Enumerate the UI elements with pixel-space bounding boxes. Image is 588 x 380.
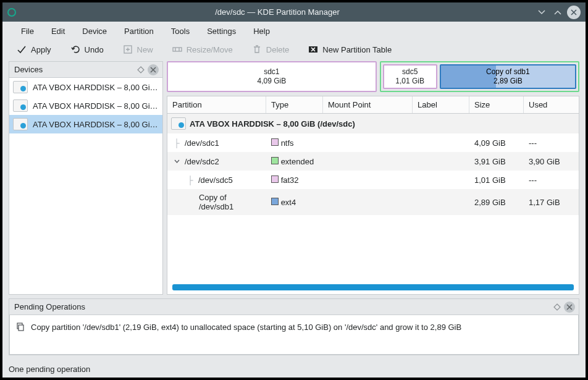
resize-label: Resize/Move xyxy=(187,45,233,54)
new-table-button[interactable]: New Partition Table xyxy=(301,41,398,57)
tree-branch-icon: ├ xyxy=(186,175,195,185)
col-label[interactable]: Label xyxy=(413,96,469,113)
device-label: ATA VBOX HARDDISK – 8,00 GiB ... xyxy=(33,120,159,129)
selection-bar xyxy=(172,284,574,290)
tree-branch-icon: ├ xyxy=(172,138,181,148)
undo-button[interactable]: Undo xyxy=(64,41,110,57)
window-maximize-button[interactable] xyxy=(551,6,565,19)
partmap-sdc1-name: sdc1 xyxy=(264,67,279,77)
partition-size: 1,01 GiB xyxy=(469,173,524,187)
menu-partition[interactable]: Partition xyxy=(116,23,162,39)
window-close-button[interactable] xyxy=(567,6,581,19)
menu-device[interactable]: Device xyxy=(74,23,116,39)
copy-icon xyxy=(15,321,26,332)
disk-icon xyxy=(13,81,28,93)
devices-panel-title: Devices xyxy=(14,65,134,74)
menubar: File Edit Device Partition Tools Setting… xyxy=(2,22,586,40)
status-text: One pending operation xyxy=(9,365,90,374)
pending-detach-icon[interactable] xyxy=(552,302,563,313)
partition-row[interactable]: ├/dev/sdc1 ntfs 4,09 GiB --- xyxy=(167,133,579,152)
window: /dev/sdc — KDE Partition Manager File Ed… xyxy=(2,2,586,378)
partmap-sdc1-size: 4,09 GiB xyxy=(258,77,287,86)
fs-color-icon xyxy=(271,175,279,183)
partition-type: extended xyxy=(281,157,314,166)
partmap-sdc1[interactable]: sdc1 4,09 GiB xyxy=(167,61,377,92)
partmap-copy-sdb1[interactable]: Copy of sdb1 2,89 GiB xyxy=(440,64,576,89)
apply-button[interactable]: Apply xyxy=(10,41,57,57)
menu-tools[interactable]: Tools xyxy=(162,23,198,39)
status-bar: One pending operation xyxy=(2,360,586,378)
menu-edit[interactable]: Edit xyxy=(43,23,74,39)
new-button: New xyxy=(116,41,159,57)
partition-type: ext4 xyxy=(281,198,296,207)
partmap-sdc5[interactable]: sdc5 1,01 GiB xyxy=(383,64,437,89)
undo-label: Undo xyxy=(85,45,104,54)
device-row[interactable]: ATA VBOX HARDDISK – 8,00 GiB ... xyxy=(9,96,162,115)
partmap-sdb1-name: Copy of sdb1 xyxy=(486,67,530,77)
partmap-extended[interactable]: sdc5 1,01 GiB Copy of sdb1 2,89 GiB xyxy=(380,61,579,92)
window-title: /dev/sdc — KDE Partition Manager xyxy=(22,7,532,17)
pending-panel-title: Pending Operations xyxy=(14,302,550,311)
delete-label: Delete xyxy=(266,45,290,54)
chevron-down-icon[interactable] xyxy=(172,158,181,165)
new-label: New xyxy=(137,45,153,54)
device-row[interactable]: ATA VBOX HARDDISK – 8,00 GiB ... xyxy=(9,78,162,96)
partition-name: /dev/sdc1 xyxy=(185,138,219,148)
partition-used: 1,17 GiB xyxy=(524,195,579,209)
disk-title: ATA VBOX HARDDISK – 8,00 GiB (/dev/sdc) xyxy=(190,119,355,129)
disk-icon xyxy=(171,117,186,130)
resize-button: Resize/Move xyxy=(166,41,239,57)
new-table-label: New Partition Table xyxy=(322,45,392,54)
fs-color-icon xyxy=(271,198,279,205)
partition-used: --- xyxy=(524,136,579,150)
titlebar[interactable]: /dev/sdc — KDE Partition Manager xyxy=(2,2,586,22)
window-minimize-button[interactable] xyxy=(535,6,548,19)
partition-name: /dev/sdc5 xyxy=(198,175,233,185)
menu-settings[interactable]: Settings xyxy=(198,23,245,39)
partition-table-header: Partition Type Mount Point Label Size Us… xyxy=(167,96,579,114)
pending-operation-row[interactable]: Copy partition '/dev/sdb1' (2,19 GiB, ex… xyxy=(12,318,576,336)
pending-panel: Pending Operations Copy partition '/dev/… xyxy=(9,298,579,355)
partition-name: Copy of /dev/sdb1 xyxy=(199,193,261,211)
col-partition[interactable]: Partition xyxy=(167,96,266,113)
partition-used: --- xyxy=(524,173,579,187)
device-row[interactable]: ATA VBOX HARDDISK – 8,00 GiB ... xyxy=(9,115,162,133)
partmap-sdc5-size: 1,01 GiB xyxy=(395,77,424,86)
partmap-sdc5-name: sdc5 xyxy=(402,67,418,77)
col-size[interactable]: Size xyxy=(469,96,524,113)
partition-used: 3,90 GiB xyxy=(524,154,579,169)
menu-help[interactable]: Help xyxy=(245,23,279,39)
toolbar: Apply Undo New Resize/Move Delete New Pa… xyxy=(2,40,586,61)
pending-close-icon[interactable] xyxy=(564,302,575,313)
disk-icon xyxy=(13,99,28,112)
devices-panel: Devices ATA VBOX HARDDISK – 8,00 GiB ... xyxy=(9,61,163,295)
content-panel: sdc1 4,09 GiB sdc5 1,01 GiB Copy of sdb1… xyxy=(167,61,579,295)
col-mount[interactable]: Mount Point xyxy=(323,96,413,113)
partition-type: fat32 xyxy=(281,175,299,185)
svg-rect-1 xyxy=(173,48,182,51)
svg-rect-4 xyxy=(19,325,23,331)
device-label: ATA VBOX HARDDISK – 8,00 GiB ... xyxy=(33,83,159,92)
partition-size: 4,09 GiB xyxy=(469,136,524,150)
partition-row[interactable]: ├/dev/sdc5 fat32 1,01 GiB --- xyxy=(167,171,579,189)
delete-button: Delete xyxy=(245,41,296,57)
partition-size: 3,91 GiB xyxy=(469,154,524,169)
partition-size: 2,89 GiB xyxy=(469,195,524,209)
fs-color-icon xyxy=(271,157,279,164)
apply-label: Apply xyxy=(31,45,51,54)
col-type[interactable]: Type xyxy=(266,96,323,113)
partition-type: ntfs xyxy=(281,138,294,148)
app-icon xyxy=(7,8,16,17)
menu-file[interactable]: File xyxy=(12,23,43,39)
disk-header-row[interactable]: ATA VBOX HARDDISK – 8,00 GiB (/dev/sdc) xyxy=(167,114,579,133)
partition-row[interactable]: /dev/sdc2 extended 3,91 GiB 3,90 GiB xyxy=(167,152,579,171)
pending-operation-text: Copy partition '/dev/sdb1' (2,19 GiB, ex… xyxy=(31,323,461,332)
device-label: ATA VBOX HARDDISK – 8,00 GiB ... xyxy=(33,101,159,111)
disk-icon xyxy=(13,118,28,130)
devices-close-icon[interactable] xyxy=(148,64,159,75)
partition-name: /dev/sdc2 xyxy=(185,157,219,166)
devices-detach-icon[interactable] xyxy=(135,64,146,75)
partition-row[interactable]: Copy of /dev/sdb1 ext4 2,89 GiB 1,17 GiB xyxy=(167,189,579,215)
col-used[interactable]: Used xyxy=(524,96,579,113)
partition-map: sdc1 4,09 GiB sdc5 1,01 GiB Copy of sdb1… xyxy=(167,61,579,92)
